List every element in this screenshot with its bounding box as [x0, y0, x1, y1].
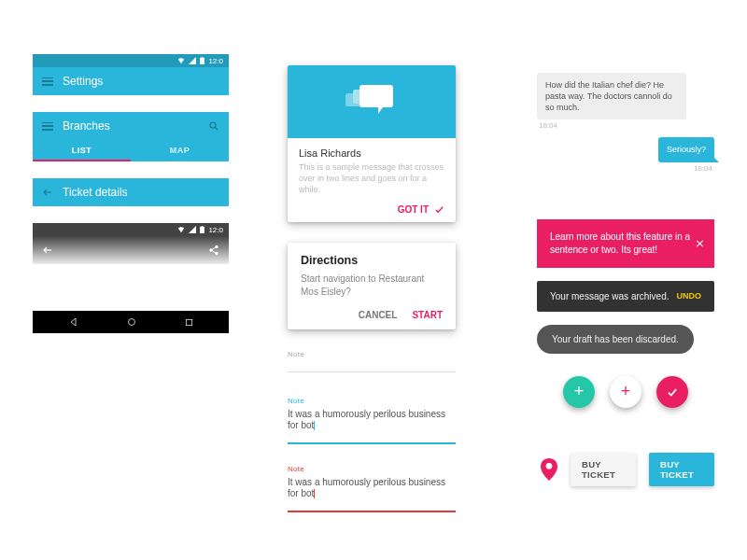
svg-line-11 — [212, 247, 216, 250]
fab-add-teal[interactable]: + — [563, 376, 595, 408]
check-icon — [434, 204, 444, 215]
dialog-title: Directions — [301, 254, 443, 267]
svg-point-19 — [546, 462, 553, 469]
fab-row: + + — [537, 376, 714, 408]
signal-icon — [189, 57, 196, 64]
undo-button[interactable]: UNDO — [677, 291, 702, 301]
signal-icon — [189, 226, 196, 233]
appbar-branches: Branches LIST MAP — [33, 112, 229, 161]
dialog-body: Start navigation to Restaurant Mos Eisle… — [301, 273, 443, 299]
got-it-button[interactable]: GOT IT — [398, 204, 429, 215]
svg-rect-6 — [202, 226, 204, 227]
status-bar: 12:0 — [33, 223, 229, 236]
textfield-error[interactable]: Note It was a humorously perilous busine… — [288, 465, 456, 512]
plus-icon: + — [574, 382, 585, 401]
location-pin-icon — [541, 458, 557, 481]
wifi-icon — [177, 57, 185, 64]
system-navbar — [33, 311, 229, 333]
field-label: Note — [288, 350, 456, 358]
snackbar-discarded: Your draft has been discarded. — [537, 325, 694, 354]
snackbar-text: Your draft has been discarded. — [552, 334, 679, 344]
nav-back-icon[interactable] — [68, 316, 79, 328]
check-icon — [666, 385, 679, 399]
appbar-title: Settings — [63, 75, 103, 88]
button-row: BUY TICKET BUY TICKET — [541, 453, 714, 486]
fab-confirm[interactable] — [656, 376, 688, 408]
svg-rect-5 — [201, 227, 205, 233]
nav-recent-icon[interactable] — [184, 317, 194, 328]
battery-icon — [200, 226, 204, 233]
clock-text: 12:0 — [208, 57, 223, 65]
buy-ticket-button-light[interactable]: BUY TICKET — [571, 453, 636, 486]
appbar-title: Ticket details — [63, 186, 128, 199]
appbar-settings: 12:0 Settings — [33, 54, 229, 95]
appbar-transparent: 12:0 — [33, 223, 229, 264]
tab-map[interactable]: MAP — [131, 140, 229, 161]
buy-ticket-button-blue[interactable]: BUY TICKET — [649, 453, 714, 486]
promo-tooltip: Learn more about this feature in a sente… — [537, 219, 714, 268]
status-bar: 12:0 — [33, 54, 229, 67]
textfield-active[interactable]: Note It was a humorously perilous busine… — [288, 397, 456, 444]
fab-add-white[interactable]: + — [610, 376, 641, 408]
field-label: Note — [288, 397, 456, 405]
field-value: It was a humorously perilous business fo… — [288, 409, 456, 430]
directions-dialog: Directions Start navigation to Restauran… — [288, 243, 456, 329]
tabs: LIST MAP — [33, 140, 229, 161]
svg-point-2 — [210, 122, 216, 128]
cancel-button[interactable]: CANCEL — [359, 310, 398, 320]
card-subtitle: This is a sample message that crosses ov… — [299, 161, 444, 195]
promo-text: Learn more about this feature in a sente… — [550, 231, 690, 255]
card-title: Lisa Richards — [299, 147, 444, 159]
svg-line-3 — [216, 128, 218, 131]
wifi-icon — [177, 226, 185, 233]
clock-text: 12:0 — [208, 226, 223, 234]
textfield-empty[interactable]: Note — [288, 350, 456, 372]
start-button[interactable]: START — [412, 310, 443, 320]
card-hero — [288, 65, 456, 138]
back-arrow-icon[interactable] — [42, 187, 53, 198]
chat-timestamp: 18:04 — [539, 121, 712, 130]
menu-icon[interactable] — [42, 122, 53, 131]
nav-home-icon[interactable] — [126, 316, 137, 328]
appbar-title: Branches — [63, 119, 110, 133]
menu-icon[interactable] — [42, 77, 53, 86]
chat-bubble-incoming: How did the Italian chef die? He pasta w… — [537, 73, 686, 119]
svg-rect-0 — [201, 58, 205, 64]
close-icon[interactable] — [695, 238, 705, 248]
svg-rect-14 — [186, 319, 191, 325]
field-label: Note — [288, 465, 456, 473]
chat-bubbles-icon — [344, 82, 400, 121]
appbar-ticket-details: Ticket details — [33, 178, 229, 206]
snackbar-text: Your message was archived. — [550, 291, 669, 301]
svg-point-13 — [128, 319, 134, 326]
field-value: It was a humorously perilous business fo… — [288, 477, 456, 498]
svg-line-12 — [212, 251, 216, 254]
chat-timestamp: 18:04 — [694, 164, 712, 173]
chat-bubble-outgoing: Seriously? — [658, 137, 714, 161]
svg-rect-1 — [202, 57, 204, 58]
back-arrow-icon[interactable] — [42, 245, 53, 256]
share-icon[interactable] — [208, 245, 219, 256]
tab-list[interactable]: LIST — [33, 140, 131, 161]
plus-icon: + — [621, 382, 631, 401]
snackbar-archived: Your message was archived. UNDO — [537, 281, 714, 312]
search-icon[interactable] — [208, 120, 219, 132]
notice-card: Lisa Richards This is a sample message t… — [288, 65, 456, 222]
battery-icon — [200, 57, 204, 64]
